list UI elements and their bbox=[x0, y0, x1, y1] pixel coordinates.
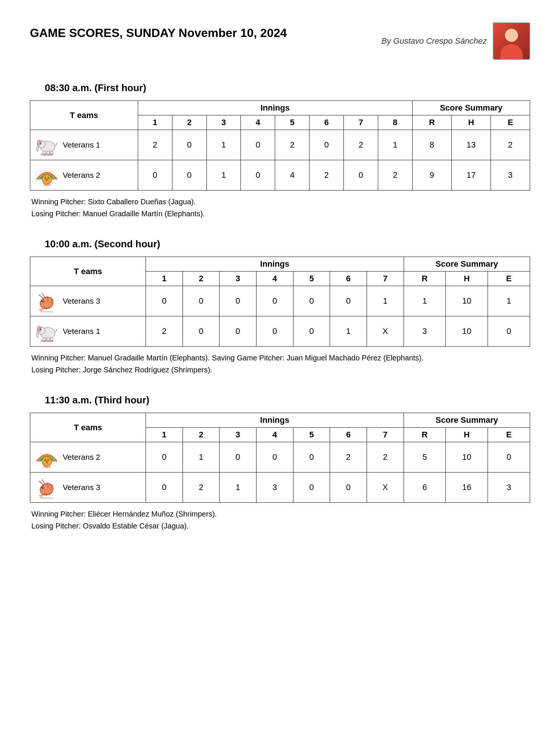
inning-score-5: 0 bbox=[293, 472, 330, 503]
team-row-2-2: Elephants Veterans 1 200001X3100 bbox=[30, 316, 530, 347]
inning-score-4: 0 bbox=[241, 160, 275, 190]
inning-score-5: 0 bbox=[293, 286, 330, 316]
inning-score-6: 0 bbox=[330, 472, 367, 503]
team-name: Veterans 2 bbox=[63, 453, 100, 462]
svg-point-34 bbox=[46, 462, 47, 463]
team-cell-3-2: Shrimpers Veterans 3 bbox=[30, 472, 146, 503]
inning-score-1: 2 bbox=[146, 316, 183, 347]
inning-score-4: 3 bbox=[256, 472, 293, 503]
team-logo-jagua: Jagua bbox=[35, 446, 59, 468]
inning-score-8: 2 bbox=[378, 160, 413, 190]
team-h: 17 bbox=[451, 160, 491, 190]
inning-num-6: 6 bbox=[330, 272, 367, 286]
inning-num-3: 3 bbox=[220, 272, 256, 286]
e-header: E bbox=[488, 272, 530, 286]
inning-score-3: 1 bbox=[220, 472, 256, 503]
inning-score-2: 2 bbox=[183, 472, 220, 503]
inning-score-5: 4 bbox=[275, 160, 309, 190]
inning-num-2: 2 bbox=[172, 115, 206, 130]
h-header: H bbox=[446, 272, 488, 286]
pitcher-info-1: Winning Pitcher: Sixto Caballero Dueñas … bbox=[31, 196, 530, 220]
pitcher-info-2: Winning Pitcher: Manuel Gradaille Martín… bbox=[31, 352, 530, 376]
svg-point-17 bbox=[41, 300, 43, 302]
svg-text:Shrimpers: Shrimpers bbox=[40, 497, 53, 499]
svg-point-3 bbox=[40, 142, 41, 143]
inning-num-3: 3 bbox=[206, 115, 241, 130]
team-e: 0 bbox=[488, 316, 530, 347]
team-e: 2 bbox=[491, 130, 530, 160]
team-logo-shrimpers: Shrimpers bbox=[35, 290, 59, 312]
team-r: 6 bbox=[404, 472, 446, 503]
team-row-3-2: Shrimpers Veterans 3 021300X6163 bbox=[30, 472, 530, 503]
inning-num-2: 2 bbox=[183, 428, 220, 442]
team-h: 10 bbox=[446, 442, 488, 472]
team-name: Veterans 2 bbox=[63, 171, 100, 180]
author-section: By Gustavo Crespo Sánchez bbox=[382, 22, 530, 60]
innings-header: Innings bbox=[138, 101, 412, 115]
h-header: H bbox=[451, 115, 491, 130]
inning-score-1: 0 bbox=[146, 472, 183, 503]
inning-score-3: 1 bbox=[206, 160, 241, 190]
score-summary-header: Score Summary bbox=[404, 413, 530, 428]
inning-score-4: 0 bbox=[256, 442, 293, 472]
e-header: E bbox=[488, 428, 530, 442]
svg-point-40 bbox=[41, 487, 43, 489]
team-name: Veterans 1 bbox=[63, 327, 100, 336]
winning-pitcher: Winning Pitcher: Eliécer Hernández Muñoz… bbox=[31, 508, 530, 520]
inning-score-6: 2 bbox=[330, 442, 367, 472]
inning-score-6: 2 bbox=[309, 160, 344, 190]
inning-score-7: X bbox=[367, 316, 404, 347]
svg-text:Shrimpers: Shrimpers bbox=[40, 310, 53, 312]
innings-header: Innings bbox=[146, 257, 404, 272]
author-photo bbox=[493, 22, 530, 60]
svg-point-13 bbox=[48, 177, 49, 178]
inning-num-1: 1 bbox=[146, 428, 183, 442]
inning-score-4: 0 bbox=[256, 316, 293, 347]
inning-score-6: 0 bbox=[309, 130, 344, 160]
team-r: 9 bbox=[412, 160, 451, 190]
inning-num-6: 6 bbox=[309, 115, 344, 130]
inning-score-2: 0 bbox=[183, 286, 220, 316]
losing-pitcher: Losing Pitcher: Osvaldo Estable César (J… bbox=[31, 520, 530, 532]
inning-score-1: 2 bbox=[138, 130, 172, 160]
svg-point-11 bbox=[46, 180, 47, 181]
r-header: R bbox=[412, 115, 451, 130]
team-h: 10 bbox=[446, 316, 488, 347]
team-r: 5 bbox=[404, 442, 446, 472]
svg-point-41 bbox=[43, 487, 43, 487]
team-h: 16 bbox=[446, 472, 488, 503]
winning-pitcher: Winning Pitcher: Manuel Gradaille Martín… bbox=[31, 352, 530, 364]
teams-header: T eams bbox=[30, 101, 138, 130]
game-section-1: 08:30 a.m. (First hour)T eamsInningsScor… bbox=[30, 82, 530, 220]
teams-header: T eams bbox=[30, 413, 146, 442]
svg-point-36 bbox=[48, 459, 49, 460]
team-row-1-1: Elephants Veterans 1 201020218132 bbox=[30, 130, 530, 160]
page-title: GAME SCORES, SUNDAY November 10, 2024 bbox=[30, 22, 287, 40]
score-summary-header: Score Summary bbox=[412, 101, 530, 115]
inning-score-5: 0 bbox=[293, 442, 330, 472]
inning-num-1: 1 bbox=[146, 272, 183, 286]
inning-num-7: 7 bbox=[367, 272, 404, 286]
teams-header: T eams bbox=[30, 257, 146, 286]
inning-score-7: 1 bbox=[367, 286, 404, 316]
game-section-2: 10:00 a.m. (Second hour)T eamsInningsSco… bbox=[30, 238, 530, 376]
team-cell-2-1: Shrimpers Veterans 3 bbox=[30, 286, 146, 316]
game-time-3: 11:30 a.m. (Third hour) bbox=[45, 394, 530, 406]
inning-score-7: 0 bbox=[344, 160, 378, 190]
inning-score-8: 1 bbox=[378, 130, 413, 160]
inning-num-5: 5 bbox=[293, 272, 330, 286]
team-cell-2-2: Elephants Veterans 1 bbox=[30, 316, 146, 347]
score-table-1: T eamsInningsScore Summary12345678RHE El… bbox=[30, 100, 530, 190]
team-row-2-1: Shrimpers Veterans 3 00000011101 bbox=[30, 286, 530, 316]
inning-score-7: 2 bbox=[367, 442, 404, 472]
svg-line-15 bbox=[39, 295, 44, 299]
team-row-1-2: Jagua Veterans 2 001042029173 bbox=[30, 160, 530, 190]
team-r: 1 bbox=[404, 286, 446, 316]
team-logo-elephants: Elephants bbox=[35, 134, 59, 156]
inning-score-2: 0 bbox=[172, 160, 206, 190]
inning-num-1: 1 bbox=[138, 115, 172, 130]
inning-num-4: 4 bbox=[241, 115, 275, 130]
team-cell-1-2: Jagua Veterans 2 bbox=[30, 160, 138, 190]
r-header: R bbox=[404, 272, 446, 286]
inning-score-6: 0 bbox=[330, 286, 367, 316]
